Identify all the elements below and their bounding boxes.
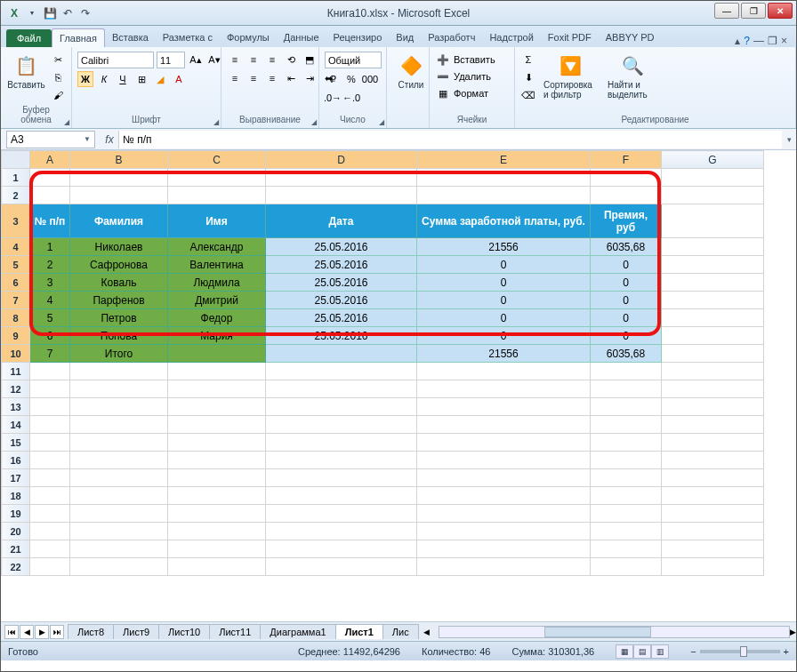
cell-B7[interactable]: Парфенов xyxy=(70,292,168,309)
number-format-select[interactable] xyxy=(325,52,382,68)
cell-A11[interactable] xyxy=(30,363,70,380)
cell-E13[interactable] xyxy=(417,398,591,416)
styles-button[interactable]: 🔶 Стили xyxy=(392,52,430,92)
normal-view-icon[interactable]: ▦ xyxy=(616,644,633,659)
cell-A4[interactable]: 1 xyxy=(30,238,70,256)
cell-G8[interactable] xyxy=(662,309,764,327)
cell-G15[interactable] xyxy=(662,434,764,452)
cell-D18[interactable] xyxy=(266,487,417,505)
cell-D6[interactable]: 25.05.2016 xyxy=(266,274,417,292)
cell-A14[interactable] xyxy=(30,416,70,434)
cell-B19[interactable] xyxy=(70,505,168,523)
cell-B9[interactable]: Попова xyxy=(70,327,168,345)
sheet-tab-Лист1[interactable]: Лист1 xyxy=(335,624,383,639)
cell-F2[interactable] xyxy=(591,187,662,204)
format-painter-icon[interactable]: 🖌 xyxy=(50,87,66,103)
cell-C20[interactable] xyxy=(168,523,266,540)
ribbon-tab-формулы[interactable]: Формулы xyxy=(220,28,277,47)
cell-C5[interactable]: Валентина xyxy=(168,256,266,274)
column-header-B[interactable]: B xyxy=(70,151,168,169)
cell-C7[interactable]: Дмитрий xyxy=(168,292,266,309)
cell-D5[interactable]: 25.05.2016 xyxy=(266,256,417,274)
cell-D3[interactable]: Дата xyxy=(266,204,417,238)
percent-icon[interactable]: % xyxy=(343,71,359,87)
cell-A18[interactable] xyxy=(30,487,70,505)
help-icon[interactable]: ? xyxy=(744,35,750,47)
cell-C1[interactable] xyxy=(168,169,266,187)
row-header-21[interactable]: 21 xyxy=(2,540,30,558)
cell-F16[interactable] xyxy=(591,452,662,469)
cell-F4[interactable]: 6035,68 xyxy=(591,238,662,256)
cell-E5[interactable]: 0 xyxy=(417,256,591,274)
fill-color-icon[interactable]: ◢ xyxy=(152,71,168,87)
cell-A6[interactable]: 3 xyxy=(30,274,70,292)
cell-D4[interactable]: 25.05.2016 xyxy=(266,238,417,256)
column-header-E[interactable]: E xyxy=(417,151,591,169)
cell-A13[interactable] xyxy=(30,398,70,416)
cell-G17[interactable] xyxy=(662,469,764,487)
sheet-tab-Лист11[interactable]: Лист11 xyxy=(209,624,261,639)
comma-icon[interactable]: 000 xyxy=(362,71,378,87)
cell-F3[interactable]: Премия, руб xyxy=(591,204,662,238)
format-cells-icon[interactable]: ▦ xyxy=(435,85,451,101)
page-layout-icon[interactable]: ▤ xyxy=(633,644,651,659)
cell-A1[interactable] xyxy=(30,169,70,187)
cell-F21[interactable] xyxy=(591,540,662,558)
sheet-last-icon[interactable]: ⏭ xyxy=(50,625,64,639)
row-header-22[interactable]: 22 xyxy=(2,558,30,576)
cell-B12[interactable] xyxy=(70,380,168,398)
align-center-icon[interactable]: ≡ xyxy=(246,70,262,86)
align-bottom-icon[interactable]: ≡ xyxy=(264,52,280,68)
sheet-tab-Диаграмма1[interactable]: Диаграмма1 xyxy=(260,624,335,639)
cell-C17[interactable] xyxy=(168,469,266,487)
cell-B3[interactable]: Фамилия xyxy=(70,204,168,238)
ribbon-tab-разработч[interactable]: Разработч xyxy=(421,28,482,47)
cell-D8[interactable]: 25.05.2016 xyxy=(266,309,417,327)
column-header-D[interactable]: D xyxy=(266,151,417,169)
underline-button[interactable]: Ч xyxy=(115,71,131,87)
zoom-thumb[interactable] xyxy=(740,646,747,657)
cell-C19[interactable] xyxy=(168,505,266,523)
cell-G2[interactable] xyxy=(662,187,764,204)
cell-D13[interactable] xyxy=(266,398,417,416)
delete-cells-icon[interactable]: ➖ xyxy=(435,68,451,84)
alignment-launcher-icon[interactable]: ◢ xyxy=(311,118,317,126)
cell-F13[interactable] xyxy=(591,398,662,416)
sheet-scroll-left-icon[interactable]: ◀ xyxy=(423,628,430,636)
cell-E19[interactable] xyxy=(417,505,591,523)
cell-E11[interactable] xyxy=(417,363,591,380)
cell-G5[interactable] xyxy=(662,256,764,274)
redo-icon[interactable]: ↷ xyxy=(77,5,93,21)
cell-B11[interactable] xyxy=(70,363,168,380)
cell-B22[interactable] xyxy=(70,558,168,576)
namebox-dd-icon[interactable]: ▼ xyxy=(84,135,91,143)
ribbon-tab-abbyy pd[interactable]: ABBYY PD xyxy=(599,28,662,47)
italic-button[interactable]: К xyxy=(96,71,112,87)
undo-icon[interactable]: ↶ xyxy=(60,5,76,21)
cell-E17[interactable] xyxy=(417,469,591,487)
cell-C16[interactable] xyxy=(168,452,266,469)
cell-E3[interactable]: Сумма заработной платы, руб. xyxy=(417,204,591,238)
cell-F15[interactable] xyxy=(591,434,662,452)
autosum-icon[interactable]: Σ xyxy=(520,52,536,68)
cell-D10[interactable] xyxy=(266,345,417,363)
cell-G18[interactable] xyxy=(662,487,764,505)
horizontal-scrollbar[interactable] xyxy=(439,626,790,638)
cell-A9[interactable]: 6 xyxy=(30,327,70,345)
cell-C6[interactable]: Людмила xyxy=(168,274,266,292)
cell-C9[interactable]: Мария xyxy=(168,327,266,345)
cell-G21[interactable] xyxy=(662,540,764,558)
cell-G3[interactable] xyxy=(662,204,764,238)
minimize-ribbon-icon[interactable]: ▴ xyxy=(735,35,740,47)
cell-E15[interactable] xyxy=(417,434,591,452)
sheet-next-icon[interactable]: ▶ xyxy=(35,625,49,639)
clear-icon[interactable]: ⌫ xyxy=(520,87,536,103)
save-icon[interactable]: 💾 xyxy=(42,5,58,21)
cell-B8[interactable]: Петров xyxy=(70,309,168,327)
cell-D17[interactable] xyxy=(266,469,417,487)
cell-B14[interactable] xyxy=(70,416,168,434)
sheet-tab-Лист10[interactable]: Лист10 xyxy=(158,624,210,639)
format-cells-label[interactable]: Формат xyxy=(454,88,488,99)
close-button[interactable]: ✕ xyxy=(768,3,793,19)
cell-A3[interactable]: № п/п xyxy=(30,204,70,238)
